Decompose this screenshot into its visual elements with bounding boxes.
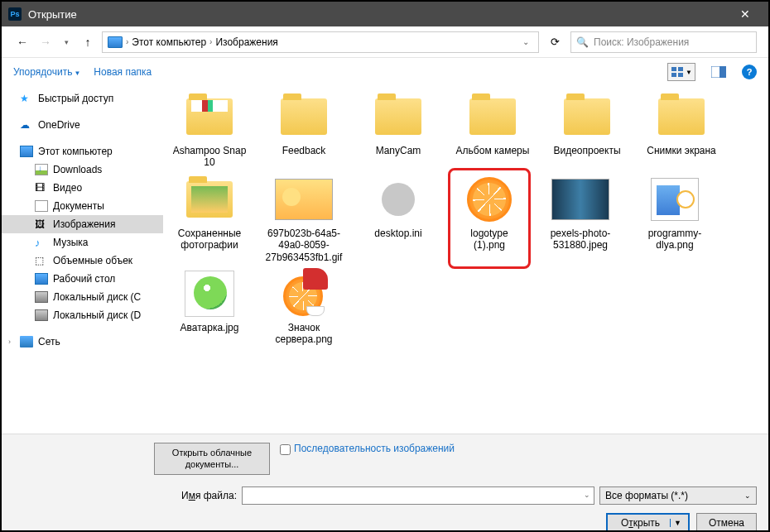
cloud-icon: ☁: [20, 119, 33, 131]
preview-icon: [711, 66, 726, 78]
sidebar: ★Быстрый доступ ☁OneDrive Этот компьютер…: [2, 86, 163, 434]
cancel-button[interactable]: Отмена: [696, 513, 757, 532]
chevron-down-icon[interactable]: ⌄: [584, 491, 590, 499]
folder-item[interactable]: Снимки экрана: [640, 91, 723, 169]
navbar: ← → ▾ ↑ › Этот компьютер › Изображения ⌄…: [2, 26, 768, 58]
file-item[interactable]: 697b023b-64a5-49a0-8059-27b963453fb1.gif: [262, 174, 345, 263]
window-title: Открытие: [28, 8, 729, 21]
file-grid[interactable]: Ashampoo Snap 10 Feedback ManyCam Альбом…: [163, 86, 768, 434]
filename-input[interactable]: ⌄: [242, 486, 594, 505]
svg-rect-1: [678, 67, 683, 71]
sidebar-downloads[interactable]: Downloads: [2, 161, 163, 179]
network-icon: [20, 336, 33, 347]
file-item[interactable]: pexels-photo-531880.jpeg: [539, 174, 622, 263]
bottom-panel: Открыть облачные документы... Последоват…: [2, 434, 768, 532]
preview-pane-button[interactable]: [709, 63, 729, 81]
format-select[interactable]: Все форматы (*.*)⌄: [599, 486, 757, 505]
file-item[interactable]: Значок сервера.png: [262, 268, 345, 346]
toolbar: Упорядочить▼ Новая папка ▼ ?: [2, 58, 768, 86]
sequence-checkbox[interactable]: Последовательность изображений: [280, 443, 455, 455]
view-icon: [671, 66, 684, 78]
download-icon: [35, 164, 48, 175]
chevron-right-icon[interactable]: ›: [8, 338, 11, 346]
drive-icon: [35, 309, 48, 321]
titlebar: Ps Открытие ✕: [2, 2, 768, 26]
checkbox-input[interactable]: [280, 444, 291, 455]
help-icon[interactable]: ?: [742, 65, 757, 79]
path-root[interactable]: Этот компьютер: [132, 36, 206, 48]
breadcrumb[interactable]: › Этот компьютер › Изображения ⌄: [102, 31, 539, 53]
sidebar-music[interactable]: ♪Музыка: [2, 233, 163, 252]
search-placeholder: Поиск: Изображения: [594, 36, 689, 48]
svg-rect-0: [671, 67, 676, 71]
chevron-right-icon: ›: [209, 37, 212, 46]
folder-item[interactable]: Сохраненные фотографии: [168, 174, 251, 263]
filename-label: Имя файла:: [13, 490, 237, 501]
open-cloud-button[interactable]: Открыть облачные документы...: [154, 443, 270, 475]
folder-item[interactable]: Feedback: [262, 91, 345, 169]
path-folder[interactable]: Изображения: [215, 36, 277, 48]
close-icon[interactable]: ✕: [729, 2, 762, 26]
svg-rect-5: [719, 66, 726, 78]
back-icon[interactable]: ←: [13, 33, 31, 51]
music-icon: ♪: [35, 237, 48, 248]
sidebar-drive-c[interactable]: Локальный диск (C: [2, 288, 163, 306]
document-icon: [35, 200, 48, 212]
file-item[interactable]: programmy-dlya.png: [633, 174, 716, 263]
search-input[interactable]: 🔍 Поиск: Изображения: [570, 31, 757, 53]
search-icon: 🔍: [576, 36, 589, 48]
file-item[interactable]: desktop.ini: [357, 174, 440, 263]
sidebar-drive-d[interactable]: Локальный диск (D: [2, 306, 163, 324]
images-icon: 🖼: [35, 218, 48, 230]
orange-icon: [467, 177, 512, 222]
chevron-down-icon[interactable]: ⌄: [518, 37, 533, 46]
cube-icon: ⬚: [35, 255, 48, 266]
drive-icon: [35, 291, 48, 303]
star-icon: ★: [20, 93, 33, 104]
sidebar-documents[interactable]: Документы: [2, 197, 163, 215]
photoshop-icon: Ps: [8, 7, 22, 21]
sidebar-network[interactable]: ›Сеть: [2, 333, 163, 351]
newfolder-button[interactable]: Новая папка: [94, 66, 152, 78]
refresh-icon[interactable]: ⟳: [544, 31, 565, 53]
folder-item[interactable]: ManyCam: [357, 91, 440, 169]
pc-icon: [108, 36, 123, 48]
folder-item[interactable]: Видеопроекты: [546, 91, 628, 169]
sidebar-quick-access[interactable]: ★Быстрый доступ: [2, 89, 163, 108]
folder-item[interactable]: Ashampoo Snap 10: [168, 91, 251, 169]
svg-rect-2: [671, 73, 676, 77]
pc-icon: [20, 146, 33, 157]
sidebar-volumes[interactable]: ⬚Объемные объек: [2, 252, 163, 270]
chevron-right-icon: ›: [126, 37, 128, 46]
forward-icon: →: [36, 33, 55, 51]
sidebar-videos[interactable]: 🎞Видео: [2, 179, 163, 197]
desktop-icon: [35, 273, 48, 285]
gear-icon: [382, 183, 415, 216]
svg-rect-3: [678, 73, 683, 77]
open-button[interactable]: Открыть▼: [606, 513, 690, 532]
file-item-highlighted[interactable]: logotype (1).png: [448, 168, 531, 269]
folder-item[interactable]: Альбом камеры: [451, 91, 534, 169]
open-split-icon[interactable]: ▼: [670, 519, 685, 527]
organize-button[interactable]: Упорядочить▼: [13, 66, 80, 78]
view-mode-button[interactable]: ▼: [667, 63, 695, 81]
video-icon: 🎞: [35, 182, 48, 194]
sidebar-thispc[interactable]: Этот компьютер: [2, 142, 163, 161]
sidebar-desktop[interactable]: Рабочий стол: [2, 270, 163, 288]
history-dropdown-icon[interactable]: ▾: [65, 38, 69, 46]
file-item[interactable]: Аватарка.jpg: [168, 268, 251, 346]
sidebar-images[interactable]: 🖼Изображения: [2, 215, 163, 233]
up-icon[interactable]: ↑: [79, 33, 97, 51]
sidebar-onedrive[interactable]: ☁OneDrive: [2, 116, 163, 134]
